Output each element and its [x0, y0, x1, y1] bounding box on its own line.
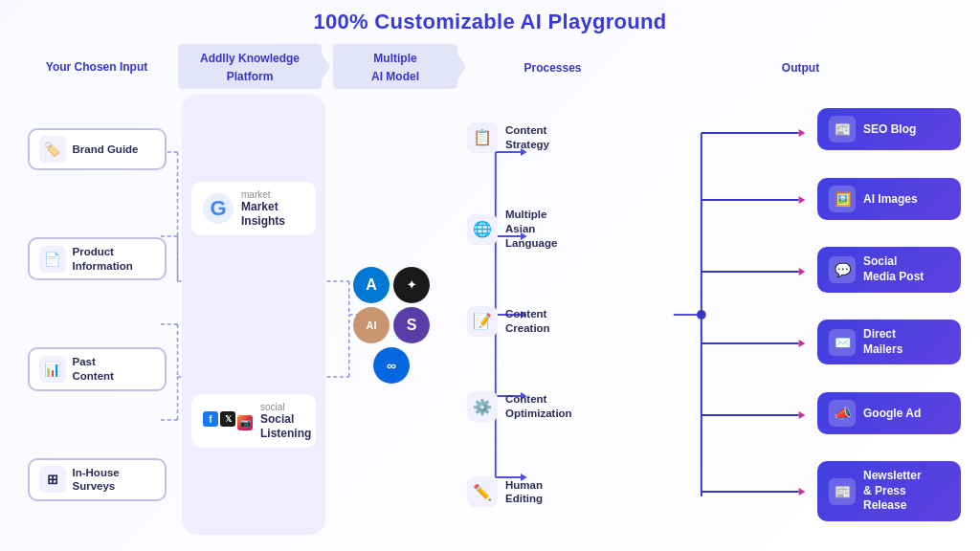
header-processes: Processes	[469, 58, 636, 76]
col-input: 🏷️ Brand Guide 📄 ProductInformation 📊 Pa…	[15, 95, 178, 535]
output-google-ad[interactable]: 📣 Google Ad	[817, 392, 961, 434]
output-direct-mailers[interactable]: ✉️ DirectMailers	[817, 320, 961, 364]
col-ai: A ✦ AI S ∞	[329, 95, 454, 535]
ai-images-icon: 🖼️	[829, 186, 856, 212]
output-seo-blog[interactable]: 📰 SEO Blog	[817, 108, 961, 150]
google-ad-label: Google Ad	[863, 407, 921, 420]
process-content-strategy[interactable]: 📋 ContentStrategy	[457, 117, 615, 159]
content-strategy-icon: 📋	[467, 122, 498, 153]
content-strategy-label: ContentStrategy	[505, 123, 549, 152]
meta-bubble: ∞	[373, 347, 410, 384]
stability-bubble: S	[393, 307, 430, 343]
process-asian-language[interactable]: 🌐 MultipleAsianLanguage	[457, 202, 615, 256]
asian-language-label: MultipleAsianLanguage	[505, 208, 557, 251]
human-editing-icon: ✏️	[467, 476, 498, 507]
ai-images-label: AI Images	[863, 192, 918, 206]
social-media-icon: 💬	[829, 256, 856, 283]
col-knowledge: G market MarketInsights f 𝕏 📷 social Soc…	[182, 95, 325, 535]
human-editing-label: HumanEditing	[505, 478, 543, 507]
brand-guide-label: Brand Guide	[73, 143, 139, 157]
anthropic-bubble: AI	[353, 307, 390, 343]
inhouse-label: In-HouseSurveys	[73, 466, 120, 495]
output-newsletter[interactable]: 📰 Newsletter& PressRelease	[817, 461, 961, 521]
google-ad-icon: 📣	[829, 400, 856, 427]
openai-bubble: ✦	[393, 267, 430, 303]
content-optimization-icon: ⚙️	[467, 391, 498, 422]
social-listening-label: SocialListening	[260, 412, 311, 440]
seo-blog-label: SEO Blog	[863, 122, 916, 136]
past-content-icon: 📊	[39, 356, 66, 383]
input-card-product-info[interactable]: 📄 ProductInformation	[28, 237, 167, 281]
content-creation-label: ContentCreation	[505, 307, 550, 336]
seo-blog-icon: 📰	[829, 116, 856, 143]
asian-language-icon: 🌐	[467, 214, 498, 245]
market-insights-label: MarketInsights	[241, 200, 285, 228]
product-info-icon: 📄	[39, 246, 66, 273]
header-knowledge: Addlly KnowledgePlatform	[178, 44, 322, 89]
newsletter-icon: 📰	[829, 478, 856, 505]
direct-mailers-icon: ✉️	[829, 329, 856, 356]
azure-bubble: A	[353, 267, 390, 303]
direct-mailers-label: DirectMailers	[863, 327, 902, 357]
flow-area: 🏷️ Brand Guide 📄 ProductInformation 📊 Pa…	[15, 95, 965, 535]
input-card-brand-guide[interactable]: 🏷️ Brand Guide	[28, 128, 167, 170]
ai-models-cluster: A ✦ AI S ∞	[339, 267, 444, 363]
process-human-editing[interactable]: ✏️ HumanEditing	[457, 471, 615, 513]
knowledge-card-social[interactable]: f 𝕏 📷 social SocialListening	[191, 394, 316, 448]
knowledge-card-market[interactable]: G market MarketInsights	[191, 182, 316, 235]
page-title: 100% Customizable AI Playground	[15, 10, 965, 34]
process-content-creation[interactable]: 📝 ContentCreation	[457, 300, 615, 342]
output-ai-images[interactable]: 🖼️ AI Images	[817, 178, 961, 220]
header-output: Output	[636, 58, 965, 76]
main-container: 100% Customizable AI Playground Your Cho…	[0, 0, 980, 551]
content-creation-icon: 📝	[467, 306, 498, 337]
header-input: Your Chosen Input	[15, 57, 178, 76]
brand-guide-icon: 🏷️	[39, 136, 66, 163]
inhouse-icon: ⊞	[39, 466, 66, 493]
header-ai: MultipleAI Model	[333, 44, 457, 89]
input-card-past-content[interactable]: 📊 PastContent	[28, 347, 167, 391]
process-content-optimization[interactable]: ⚙️ ContentOptimization	[457, 386, 615, 428]
product-info-label: ProductInformation	[73, 245, 133, 274]
col-output: 📰 SEO Blog 🖼️ AI Images 💬 SocialMedia Po…	[621, 95, 965, 535]
newsletter-label: Newsletter& PressRelease	[863, 469, 922, 514]
social-media-label: SocialMedia Post	[863, 254, 924, 284]
col-processes: 📋 ContentStrategy 🌐 MultipleAsianLanguag…	[454, 95, 621, 535]
past-content-label: PastContent	[73, 355, 114, 384]
market-insights-icon: G	[203, 193, 234, 224]
content-optimization-label: ContentOptimization	[505, 392, 572, 421]
input-card-inhouse[interactable]: ⊞ In-HouseSurveys	[28, 458, 167, 502]
output-social-media[interactable]: 💬 SocialMedia Post	[817, 247, 961, 292]
